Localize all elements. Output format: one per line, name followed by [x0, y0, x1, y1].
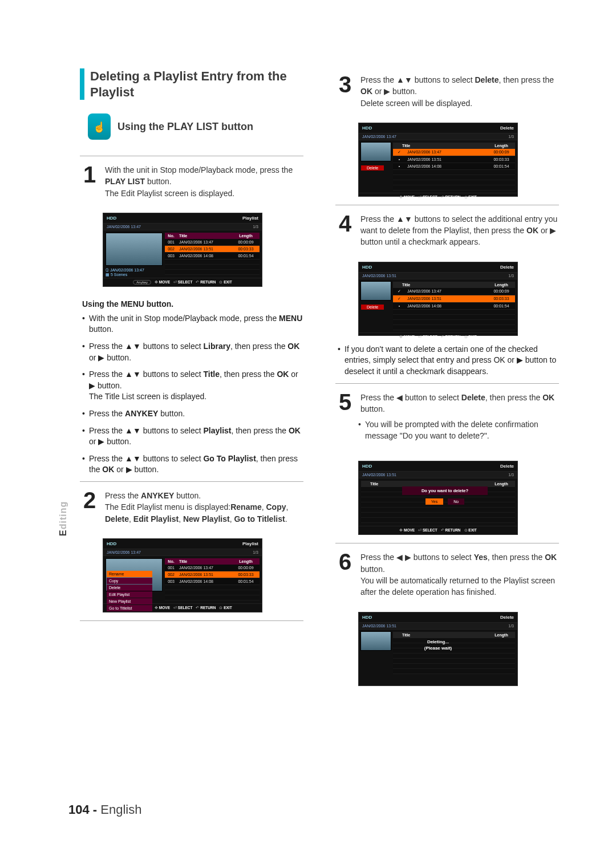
step-6: 6 Press the ◀ ▶ buttons to select Yes, t…	[335, 551, 559, 606]
screenshot-delete-list: HDDDelete JAN/02/2006 13:471/3 Delete Ti…	[358, 123, 518, 197]
page-footer: 104 - English	[68, 802, 141, 817]
playlist-heading-row: ☝ Using the PLAY LIST button	[88, 113, 303, 140]
step-5: 5 Press the ◀ button to select Delete, t…	[335, 392, 559, 456]
step-4: 4 Press the ▲▼ buttons to select the add…	[335, 213, 559, 256]
step-1-number: 1	[80, 164, 99, 199]
screenshot-delete-checked: HDDDelete JAN/02/2006 13:511/3 Delete Ti…	[358, 262, 518, 336]
step-1: 1 With the unit in Stop mode/Playback mo…	[80, 164, 303, 207]
screenshot-confirm-delete: HDDDelete JAN/02/2006 13:511/3 TitleLeng…	[358, 461, 518, 535]
left-column: Deleting a Playlist Entry from the Playl…	[80, 68, 303, 694]
screenshot-edit-playlist-menu: HDDPlaylist JAN/02/2006 13:471/3 No.Titl…	[103, 538, 262, 612]
step-2: 2 Press the ANYKEY button. The Edit Play…	[80, 490, 303, 533]
screenshot-edit-playlist: HDDPlaylist JAN/02/2006 13:471/3 ➀ JAN/0…	[103, 213, 262, 287]
playlist-button-icon: ☝	[88, 113, 111, 140]
context-menu: Rename Copy Delete Edit Playlist New Pla…	[107, 571, 152, 612]
playlist-heading: Using the PLAY LIST button	[117, 121, 253, 133]
side-tab-e: E	[58, 529, 68, 536]
step-4-bullet: If you don't want to delete a certain on…	[338, 344, 559, 378]
side-tab-rest: diting	[58, 501, 68, 530]
section-title: Deleting a Playlist Entry from the Playl…	[80, 68, 303, 100]
step-1-text: With the unit in Stop mode/Playback mode…	[105, 164, 303, 199]
step-2-number: 2	[80, 490, 99, 525]
side-tab: Editing	[58, 501, 68, 536]
step-3-number: 3	[335, 74, 355, 109]
step-3: 3 Press the ▲▼ buttons to select Delete,…	[335, 74, 559, 117]
step-2-text: Press the ANYKEY button. The Edit Playli…	[105, 490, 303, 525]
using-menu-subhead: Using the MENU button.	[82, 299, 303, 309]
menu-bullets: With the unit in Stop mode/Playback mode…	[82, 313, 303, 476]
screenshot-deleting: HDDDelete JAN/02/2006 13:511/3 TitleLeng…	[358, 612, 518, 686]
right-column: 3 Press the ▲▼ buttons to select Delete,…	[335, 68, 559, 694]
thumbnail-image	[106, 233, 163, 266]
